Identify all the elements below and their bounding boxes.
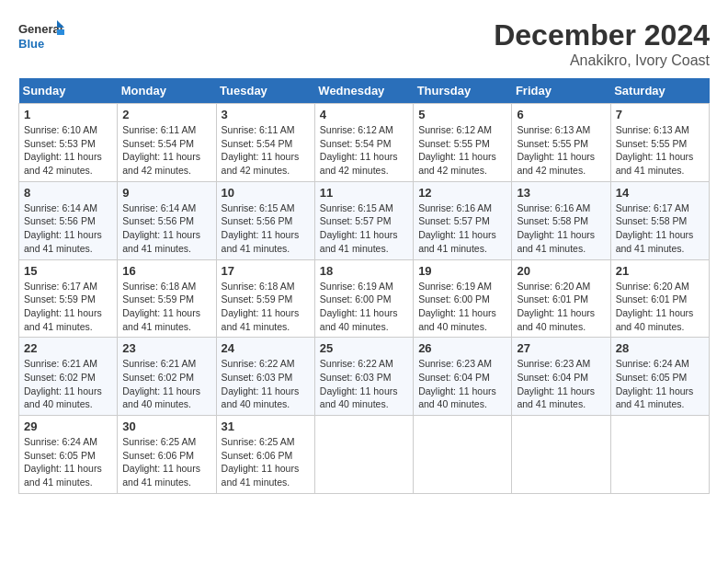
day-info: Sunrise: 6:14 AM Sunset: 5:56 PM Dayligh… — [24, 201, 112, 256]
day-info: Sunrise: 6:24 AM Sunset: 6:05 PM Dayligh… — [24, 435, 112, 489]
day-info: Sunrise: 6:23 AM Sunset: 6:04 PM Dayligh… — [517, 357, 605, 411]
day-info: Sunrise: 6:11 AM Sunset: 5:54 PM Dayligh… — [222, 123, 310, 178]
calendar-cell: 21Sunrise: 6:20 AM Sunset: 6:01 PM Dayli… — [610, 259, 709, 338]
day-number: 3 — [222, 108, 310, 121]
day-number: 19 — [418, 264, 506, 278]
svg-marker-3 — [57, 29, 64, 35]
calendar-week-row: 1Sunrise: 6:10 AM Sunset: 5:53 PM Daylig… — [19, 104, 710, 182]
calendar-cell — [314, 416, 413, 494]
day-number: 5 — [418, 108, 506, 121]
calendar-cell: 13Sunrise: 6:16 AM Sunset: 5:58 PM Dayli… — [512, 181, 610, 259]
day-info: Sunrise: 6:25 AM Sunset: 6:06 PM Dayligh… — [222, 435, 310, 489]
calendar-cell: 19Sunrise: 6:19 AM Sunset: 6:00 PM Dayli… — [414, 259, 512, 338]
day-info: Sunrise: 6:21 AM Sunset: 6:02 PM Dayligh… — [122, 357, 210, 411]
day-info: Sunrise: 6:12 AM Sunset: 5:54 PM Dayligh… — [320, 123, 408, 178]
calendar-week-row: 22Sunrise: 6:21 AM Sunset: 6:02 PM Dayli… — [19, 338, 710, 416]
calendar-cell: 5Sunrise: 6:12 AM Sunset: 5:55 PM Daylig… — [414, 104, 512, 182]
day-info: Sunrise: 6:19 AM Sunset: 6:00 PM Dayligh… — [418, 280, 506, 334]
weekday-header: Thursday — [414, 78, 512, 104]
calendar-cell: 30Sunrise: 6:25 AM Sunset: 6:06 PM Dayli… — [118, 416, 216, 494]
day-number: 9 — [122, 186, 210, 200]
calendar-cell: 10Sunrise: 6:15 AM Sunset: 5:56 PM Dayli… — [216, 181, 314, 259]
day-info: Sunrise: 6:10 AM Sunset: 5:53 PM Dayligh… — [24, 123, 112, 178]
day-number: 2 — [122, 108, 210, 121]
day-number: 8 — [24, 186, 112, 200]
day-number: 11 — [320, 186, 408, 200]
day-info: Sunrise: 6:16 AM Sunset: 5:57 PM Dayligh… — [418, 201, 506, 256]
calendar-week-row: 29Sunrise: 6:24 AM Sunset: 6:05 PM Dayli… — [19, 416, 710, 494]
day-number: 31 — [222, 419, 310, 433]
calendar-cell: 23Sunrise: 6:21 AM Sunset: 6:02 PM Dayli… — [118, 338, 216, 416]
day-number: 6 — [517, 108, 605, 121]
calendar-cell: 24Sunrise: 6:22 AM Sunset: 6:03 PM Dayli… — [216, 338, 314, 416]
weekday-header: Sunday — [19, 78, 118, 104]
day-number: 28 — [616, 341, 704, 355]
day-number: 10 — [222, 186, 310, 200]
day-info: Sunrise: 6:20 AM Sunset: 6:01 PM Dayligh… — [616, 280, 704, 334]
day-info: Sunrise: 6:23 AM Sunset: 6:04 PM Dayligh… — [418, 357, 506, 411]
day-info: Sunrise: 6:13 AM Sunset: 5:55 PM Dayligh… — [517, 123, 605, 178]
weekday-header: Monday — [118, 78, 216, 104]
title-area: December 2024 Anakikro, Ivory Coast — [494, 18, 710, 69]
day-number: 24 — [222, 341, 310, 355]
day-info: Sunrise: 6:21 AM Sunset: 6:02 PM Dayligh… — [24, 357, 112, 411]
calendar-cell: 8Sunrise: 6:14 AM Sunset: 5:56 PM Daylig… — [19, 181, 118, 259]
day-info: Sunrise: 6:18 AM Sunset: 5:59 PM Dayligh… — [122, 280, 210, 334]
day-number: 22 — [24, 341, 112, 355]
logo: General Blue — [18, 18, 64, 60]
day-info: Sunrise: 6:22 AM Sunset: 6:03 PM Dayligh… — [320, 357, 408, 411]
day-number: 1 — [24, 108, 112, 121]
calendar-week-row: 15Sunrise: 6:17 AM Sunset: 5:59 PM Dayli… — [19, 259, 710, 338]
calendar-cell: 22Sunrise: 6:21 AM Sunset: 6:02 PM Dayli… — [19, 338, 118, 416]
calendar-cell: 20Sunrise: 6:20 AM Sunset: 6:01 PM Dayli… — [512, 259, 610, 338]
calendar-cell: 14Sunrise: 6:17 AM Sunset: 5:58 PM Dayli… — [610, 181, 709, 259]
calendar-cell: 31Sunrise: 6:25 AM Sunset: 6:06 PM Dayli… — [216, 416, 314, 494]
day-info: Sunrise: 6:11 AM Sunset: 5:54 PM Dayligh… — [122, 123, 210, 178]
calendar-cell: 7Sunrise: 6:13 AM Sunset: 5:55 PM Daylig… — [610, 104, 709, 182]
day-info: Sunrise: 6:16 AM Sunset: 5:58 PM Dayligh… — [517, 201, 605, 256]
day-info: Sunrise: 6:18 AM Sunset: 5:59 PM Dayligh… — [222, 280, 310, 334]
calendar-cell: 17Sunrise: 6:18 AM Sunset: 5:59 PM Dayli… — [216, 259, 314, 338]
day-number: 14 — [616, 186, 704, 200]
calendar-cell: 25Sunrise: 6:22 AM Sunset: 6:03 PM Dayli… — [314, 338, 413, 416]
calendar-cell: 29Sunrise: 6:24 AM Sunset: 6:05 PM Dayli… — [19, 416, 118, 494]
day-number: 16 — [122, 264, 210, 278]
day-number: 15 — [24, 264, 112, 278]
weekday-header: Friday — [512, 78, 610, 104]
day-number: 18 — [320, 264, 408, 278]
day-number: 30 — [122, 419, 210, 433]
day-info: Sunrise: 6:15 AM Sunset: 5:57 PM Dayligh… — [320, 201, 408, 256]
day-info: Sunrise: 6:24 AM Sunset: 6:05 PM Dayligh… — [616, 357, 704, 411]
day-info: Sunrise: 6:19 AM Sunset: 6:00 PM Dayligh… — [320, 280, 408, 334]
calendar-cell: 18Sunrise: 6:19 AM Sunset: 6:00 PM Dayli… — [314, 259, 413, 338]
weekday-header: Tuesday — [216, 78, 314, 104]
logo-svg: General Blue — [18, 18, 64, 60]
weekday-header: Wednesday — [314, 78, 413, 104]
calendar-cell — [512, 416, 610, 494]
weekday-header-row: SundayMondayTuesdayWednesdayThursdayFrid… — [19, 78, 710, 104]
location-title: Anakikro, Ivory Coast — [494, 52, 710, 69]
calendar-cell: 9Sunrise: 6:14 AM Sunset: 5:56 PM Daylig… — [118, 181, 216, 259]
day-number: 26 — [418, 341, 506, 355]
calendar-cell: 28Sunrise: 6:24 AM Sunset: 6:05 PM Dayli… — [610, 338, 709, 416]
calendar-cell — [414, 416, 512, 494]
day-number: 7 — [616, 108, 704, 121]
day-info: Sunrise: 6:25 AM Sunset: 6:06 PM Dayligh… — [122, 435, 210, 489]
day-number: 4 — [320, 108, 408, 121]
calendar-cell: 11Sunrise: 6:15 AM Sunset: 5:57 PM Dayli… — [314, 181, 413, 259]
day-number: 23 — [122, 341, 210, 355]
day-number: 21 — [616, 264, 704, 278]
calendar-cell: 15Sunrise: 6:17 AM Sunset: 5:59 PM Dayli… — [19, 259, 118, 338]
calendar-cell: 3Sunrise: 6:11 AM Sunset: 5:54 PM Daylig… — [216, 104, 314, 182]
header: General Blue December 2024 Anakikro, Ivo… — [18, 18, 710, 69]
day-info: Sunrise: 6:13 AM Sunset: 5:55 PM Dayligh… — [616, 123, 704, 178]
calendar-cell: 12Sunrise: 6:16 AM Sunset: 5:57 PM Dayli… — [414, 181, 512, 259]
calendar-cell — [610, 416, 709, 494]
svg-text:General: General — [18, 22, 63, 36]
weekday-header: Saturday — [610, 78, 709, 104]
calendar-cell: 16Sunrise: 6:18 AM Sunset: 5:59 PM Dayli… — [118, 259, 216, 338]
calendar-cell: 6Sunrise: 6:13 AM Sunset: 5:55 PM Daylig… — [512, 104, 610, 182]
day-number: 29 — [24, 419, 112, 433]
day-number: 25 — [320, 341, 408, 355]
day-info: Sunrise: 6:22 AM Sunset: 6:03 PM Dayligh… — [222, 357, 310, 411]
